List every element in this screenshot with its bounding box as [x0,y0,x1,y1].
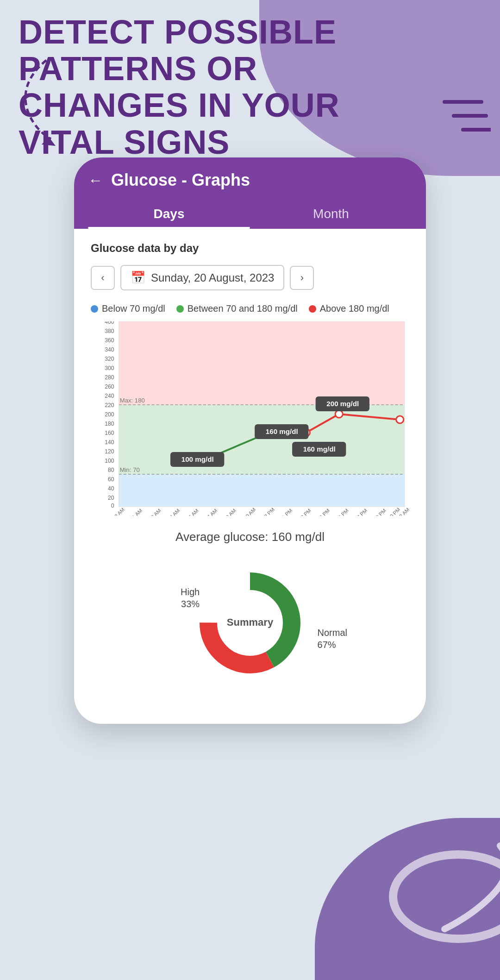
svg-text:10 AM: 10 AM [243,507,257,516]
date-navigator: ‹ 📅 Sunday, 20 August, 2023 › [91,265,409,290]
calendar-icon: 📅 [131,270,145,285]
donut-label-high: High 33% [181,586,200,610]
svg-text:9 AM: 9 AM [225,508,237,516]
svg-text:3 PM: 3 PM [300,508,312,516]
legend-label-above: Above 180 mg/dl [320,303,389,314]
svg-text:180: 180 [105,421,114,427]
legend-above: Above 180 mg/dl [309,303,389,314]
prev-date-button[interactable]: ‹ [91,266,115,290]
donut-label-high-pct: 33% [181,598,200,610]
date-display: 📅 Sunday, 20 August, 2023 [120,265,284,290]
svg-text:1 PM: 1 PM [281,508,294,516]
svg-text:40: 40 [108,485,114,492]
chart-svg: Max: 180 Min: 70 400 380 360 340 320 300… [91,321,409,516]
svg-text:6 AM: 6 AM [188,508,200,516]
svg-rect-6 [119,474,405,507]
legend-dot-above [309,305,316,313]
header-title-row: ← Glucose - Graphs [88,170,412,199]
svg-text:4 AM: 4 AM [169,508,181,516]
glucose-chart: Max: 180 Min: 70 400 380 360 340 320 300… [91,321,409,516]
date-text: Sunday, 20 August, 2023 [151,271,274,284]
svg-text:400: 400 [105,321,114,325]
tab-month[interactable]: Month [250,199,412,229]
svg-text:300: 300 [105,365,114,371]
svg-text:280: 280 [105,374,114,381]
svg-text:160 mg/dl: 160 mg/dl [303,445,336,453]
tab-bar: Days Month [88,199,412,229]
section-title: Glucose data by day [91,242,409,255]
svg-text:320: 320 [105,356,114,362]
svg-text:160: 160 [105,430,114,436]
legend-label-normal: Between 70 and 180 mg/dl [188,303,298,314]
svg-text:260: 260 [105,383,114,390]
deco-lines-right-top [435,93,491,139]
svg-text:9 PM: 9 PM [375,508,387,516]
main-content: Glucose data by day ‹ 📅 Sunday, 20 Augus… [74,229,426,701]
tab-days[interactable]: Days [88,199,250,229]
donut-label-high-text: High [181,586,200,598]
svg-text:200: 200 [105,411,114,418]
svg-text:6 PM: 6 PM [337,508,350,516]
donut-wrapper: High 33% [190,563,310,683]
svg-text:60: 60 [108,476,114,483]
svg-text:80: 80 [108,467,114,473]
deco-curve-bottom [407,841,500,934]
svg-text:200 mg/dl: 200 mg/dl [326,400,359,408]
legend-dot-below [91,305,98,313]
legend-dot-normal [176,305,184,313]
donut-svg: Summary [190,563,310,683]
next-date-button[interactable]: › [290,266,314,290]
svg-text:Min: 70: Min: 70 [120,466,140,473]
svg-text:100: 100 [105,458,114,464]
app-title: Glucose - Graphs [111,170,250,190]
svg-point-52 [335,410,343,418]
average-glucose-text: Average glucose: 160 mg/dl [91,530,409,544]
svg-text:360: 360 [105,337,114,344]
donut-label-normal-pct: 67% [318,639,347,651]
svg-text:7 AM: 7 AM [206,508,218,516]
svg-text:3 AM: 3 AM [150,508,162,516]
svg-text:7 PM: 7 PM [356,508,369,516]
svg-text:100 mg/dl: 100 mg/dl [181,455,214,463]
svg-text:4 PM: 4 PM [319,508,331,516]
donut-label-normal-text: Normal [318,627,347,639]
svg-text:0: 0 [111,503,114,509]
svg-text:20: 20 [108,495,114,501]
chart-legend: Below 70 mg/dl Between 70 and 180 mg/dl … [91,303,409,314]
legend-label-below: Below 70 mg/dl [102,303,165,314]
phone-container: ← Glucose - Graphs Days Month Glucose da… [74,157,426,724]
legend-below: Below 70 mg/dl [91,303,165,314]
svg-text:240: 240 [105,393,114,399]
svg-text:Summary: Summary [227,616,274,628]
donut-section: High 33% [91,558,409,688]
svg-text:120: 120 [105,448,114,455]
svg-text:220: 220 [105,402,114,408]
svg-text:12 PM: 12 PM [261,507,275,516]
svg-text:160 mg/dl: 160 mg/dl [266,427,298,435]
svg-text:Max: 180: Max: 180 [120,397,145,404]
legend-normal: Between 70 and 180 mg/dl [176,303,298,314]
svg-rect-4 [119,321,405,405]
app-header: ← Glucose - Graphs Days Month [74,157,426,229]
svg-text:1 AM: 1 AM [131,508,143,516]
svg-text:380: 380 [105,328,114,334]
back-button[interactable]: ← [88,172,103,189]
svg-text:140: 140 [105,439,114,446]
donut-label-normal: Normal 67% [318,627,347,651]
hero-title: DETECT POSSIBLE PATTERNS OR CHANGES IN Y… [19,14,343,161]
svg-point-53 [396,416,404,423]
svg-text:340: 340 [105,346,114,353]
